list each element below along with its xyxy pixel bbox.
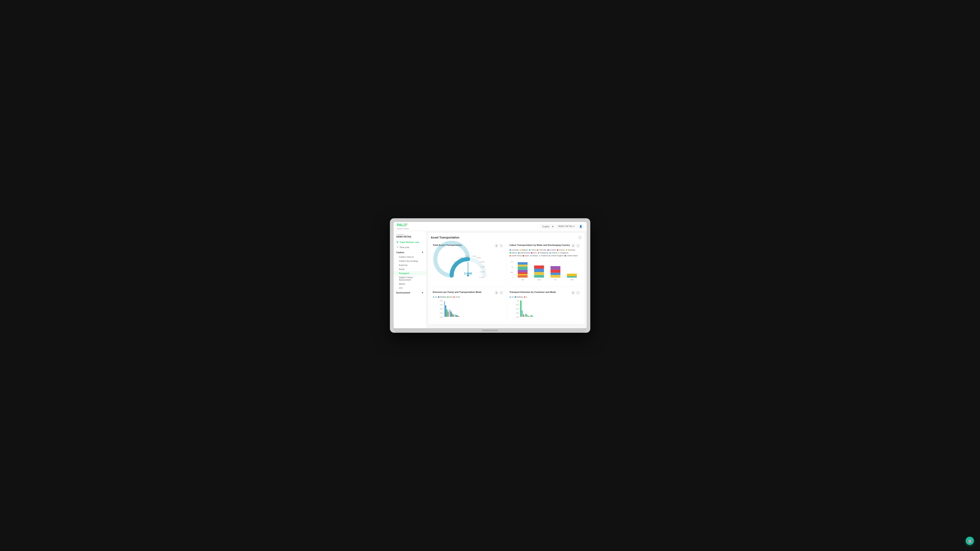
legend-us: United States xyxy=(565,255,578,257)
gauge-info-button[interactable]: ℹ xyxy=(495,244,498,248)
transport-more-button[interactable]: ⋮ xyxy=(576,291,580,295)
sidebar-sub-carbon-how-to[interactable]: Carbon How to xyxy=(394,255,426,259)
time-line-icon: ↗ xyxy=(396,246,398,249)
content-area: Asset Transportation ⋯ Total Assert Tran… xyxy=(426,231,587,328)
transport-emission-legend: Air Railway S xyxy=(509,296,580,298)
transport-emission-chart-title: Transport Emission by Customer and Mode xyxy=(509,291,556,293)
bar-info-button[interactable]: ℹ xyxy=(571,244,575,248)
transport-emission-svg: 1M 800k 600k 400k 200k xyxy=(509,299,580,320)
sidebar-section-environment[interactable]: Environment ∨ xyxy=(394,290,426,295)
svg-rect-24 xyxy=(518,267,528,270)
svg-rect-54 xyxy=(445,305,446,317)
svg-rect-38 xyxy=(550,275,560,278)
svg-text:2.04M: 2.04M xyxy=(472,255,476,257)
bar-chart-actions: ℹ ⋮ xyxy=(571,244,580,248)
sidebar-item-triple-bottom-line[interactable]: ⊕ Triple Bottom Line xyxy=(394,240,426,245)
bar-more-button[interactable]: ⋮ xyxy=(576,244,580,248)
svg-rect-41 xyxy=(567,276,577,278)
svg-rect-40 xyxy=(567,274,577,276)
legend-transport-s: S xyxy=(524,296,527,298)
user-icon[interactable]: 👤 xyxy=(578,224,583,229)
svg-text:Sea: Sea xyxy=(521,279,524,281)
svg-rect-81 xyxy=(530,315,531,317)
svg-rect-56 xyxy=(447,311,449,317)
legend-germany: Germany xyxy=(566,249,575,251)
emission-chart-title: Emission per Famiy and Transportation Mo… xyxy=(433,291,482,293)
more-options-button[interactable]: ⋯ xyxy=(578,235,582,240)
gauge-svg: 0 407k 815k 1.22M 1.63M 2.04M 2.44M 2.85… xyxy=(447,251,488,279)
sidebar-sub-waste[interactable]: Waste xyxy=(394,282,426,286)
svg-text:500k: 500k xyxy=(440,300,443,302)
svg-rect-53 xyxy=(444,301,445,317)
emission-info-button[interactable]: ℹ xyxy=(495,291,498,295)
main-layout: Company DEMO RETAIL ⊕ Triple Bottom Line… xyxy=(394,231,587,328)
legend-air: Air xyxy=(433,296,437,298)
gauge-more-button[interactable]: ⋮ xyxy=(499,244,503,248)
sidebar-sub-digital-carbon[interactable]: Digital Carbon Assessment xyxy=(394,275,426,282)
language-select[interactable]: English xyxy=(540,224,555,229)
logo-text: PALOit xyxy=(397,223,409,227)
top-right-controls: English DEMO RETAIL ▾ 👤 xyxy=(540,224,583,229)
svg-text:800k: 800k xyxy=(516,304,519,306)
ai-bot-button[interactable]: 🤖 xyxy=(966,537,974,545)
logo: PALOit Impact Tracker xyxy=(397,223,409,230)
sidebar-sub-expense[interactable]: Expense xyxy=(394,263,426,267)
svg-text:200k: 200k xyxy=(516,316,519,318)
gauge-container: 0 407k 815k 1.22M 1.63M 2.04M 2.44M 2.85… xyxy=(433,249,503,282)
svg-rect-64 xyxy=(458,316,459,317)
bar-chart-header: Cabon Transportation by Mode and Dischar… xyxy=(509,244,580,248)
svg-rect-27 xyxy=(518,274,528,275)
svg-rect-30 xyxy=(534,265,544,269)
svg-text:3.67M: 3.67M xyxy=(480,271,485,273)
transport-info-button[interactable]: ℹ xyxy=(571,291,575,295)
svg-text:Train: Train xyxy=(570,279,573,281)
legend-transport-air: Air xyxy=(509,296,514,298)
svg-text:1.22M: 1.22M xyxy=(458,257,463,259)
sidebar-sub-transport[interactable]: Transport xyxy=(394,271,426,275)
company-name: DEMO RETAIL xyxy=(394,235,426,240)
legend-australia: Australia xyxy=(509,249,519,251)
svg-text:0: 0 xyxy=(450,276,452,278)
legend-thailand: Thailand xyxy=(539,255,548,257)
carbon-section-label: Carbon xyxy=(396,251,404,254)
svg-rect-33 xyxy=(534,275,544,278)
charts-grid: Total Assert Transportation ℹ ⋮ xyxy=(431,241,582,322)
svg-text:1.5M: 1.5M xyxy=(510,261,513,262)
svg-rect-26 xyxy=(518,272,528,274)
legend-netherlands: Netherlands xyxy=(518,252,530,254)
triple-bottom-line-icon: ⊕ xyxy=(396,241,398,243)
sidebar-sub-carbon-accounting[interactable]: Carbon Accounting xyxy=(394,259,426,263)
sidebar-label-triple-bottom-line: Triple Bottom Line xyxy=(399,241,419,243)
emission-more-button[interactable]: ⋮ xyxy=(499,291,503,295)
svg-text:300k: 300k xyxy=(440,308,443,310)
transport-emission-actions: ℹ ⋮ xyxy=(571,291,580,295)
laptop-base xyxy=(394,328,587,333)
svg-text:1.63M: 1.63M xyxy=(465,255,469,257)
legend-sea: Sea xyxy=(447,296,452,298)
sidebar-sub-cix[interactable]: CIX xyxy=(394,286,426,290)
svg-text:3.26M: 3.26M xyxy=(480,266,485,268)
legend-peru: Peru xyxy=(531,252,537,254)
svg-rect-32 xyxy=(534,272,544,275)
svg-rect-59 xyxy=(452,313,453,317)
emission-chart-actions: ℹ ⋮ xyxy=(495,291,503,295)
gauge-chart-box: Total Assert Transportation ℹ ⋮ xyxy=(431,241,506,287)
svg-text:500k: 500k xyxy=(510,272,513,273)
svg-text:Air: Air xyxy=(555,279,556,281)
gauge-chart-actions: ℹ ⋮ xyxy=(495,244,503,248)
emission-chart-header: Emission per Famiy and Transportation Mo… xyxy=(433,291,503,295)
sidebar-item-time-line[interactable]: ↗ Time Line xyxy=(394,245,426,250)
svg-rect-25 xyxy=(518,270,528,272)
svg-rect-63 xyxy=(457,316,458,317)
demo-badge[interactable]: DEMO RETAIL ▾ xyxy=(556,224,577,228)
sidebar-section-carbon[interactable]: Carbon ∧ xyxy=(394,250,426,255)
transport-emission-chart-box: Transport Emission by Customer and Mode … xyxy=(508,289,582,322)
svg-rect-23 xyxy=(518,265,528,267)
legend-taiwan: Taiwan xyxy=(530,255,538,257)
legend-uk: United Kingdom xyxy=(549,255,564,257)
sidebar-sub-asset[interactable]: Asset xyxy=(394,267,426,271)
legend-ecuador: Ecuador xyxy=(547,249,556,251)
legend-colombia: Colombia xyxy=(537,249,547,251)
transport-emission-chart-area: 1M 800k 600k 400k 200k xyxy=(509,299,580,320)
svg-rect-57 xyxy=(449,310,450,317)
